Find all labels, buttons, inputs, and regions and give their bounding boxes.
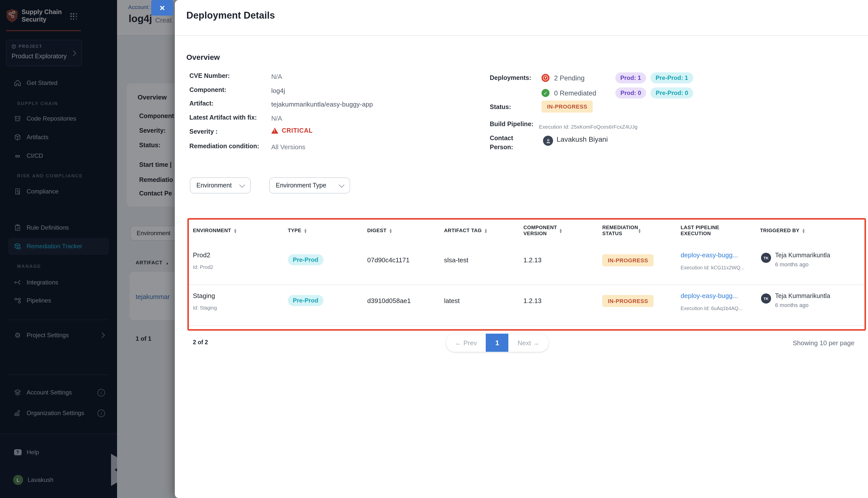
pagination-count: 2 of 2 [193, 339, 208, 345]
pager: ← Prev 1 Next → [446, 334, 548, 352]
column-header-artifact-tag[interactable]: ARTIFACT TAG ▲▼ [444, 224, 488, 237]
type-badge: Pre-Prod [288, 254, 323, 265]
screen: Supply Chain Security PROJECT Product Ex… [0, 0, 868, 498]
modal-header-divider [175, 35, 868, 36]
sort-icon[interactable]: ▲▼ [802, 228, 805, 233]
field-value: N/A [271, 73, 282, 80]
status-label: Status: [490, 104, 511, 110]
select-label: Environment Type [276, 182, 326, 189]
column-label: ARTIFACT TAG [444, 228, 482, 234]
per-page-label: Showing 10 per page [793, 339, 854, 347]
component-version: 1.2.13 [523, 297, 542, 304]
pipeline-link[interactable]: deploy-easy-bugg... [681, 251, 738, 259]
close-button[interactable]: ✕ [151, 0, 173, 16]
environment-name: Prod2 [193, 251, 210, 259]
triggered-by-avatar: TK [761, 253, 771, 263]
chevron-down-icon [239, 182, 245, 188]
warning-triangle-icon [271, 128, 278, 134]
field-label: Remediation condition: [189, 143, 259, 150]
field-value: N/A [271, 115, 282, 122]
status-badge: IN-PROGRESS [542, 101, 593, 113]
remediated-count: 0 Remediated [554, 89, 596, 97]
type-badge: Pre-Prod [288, 295, 323, 306]
triggered-time: 6 months ago [775, 261, 809, 267]
column-header-environment[interactable]: ENVIRONMENT ▲▼ [193, 224, 237, 237]
sort-icon[interactable]: ▲▼ [304, 228, 307, 233]
column-label: ENVIRONMENT [193, 228, 231, 234]
column-header-triggered-by[interactable]: TRIGGERED BY ▲▼ [760, 224, 805, 237]
prod-badge: Prod: 0 [615, 88, 646, 99]
contact-person-label: Contact Person: [490, 134, 521, 152]
check-icon: ✓ [542, 89, 549, 97]
prev-button[interactable]: ← Prev [446, 339, 486, 346]
pipeline-execution-id: Execution Id: kCG11x2WQ... [681, 265, 745, 270]
build-pipeline-execution-id: Execution Id: 25xKomFoQces6rFcxZ4UJg [539, 123, 638, 130]
severity-value: CRITICAL [271, 127, 313, 134]
overview-heading: Overview [186, 53, 220, 61]
column-label: LAST PIPELINE EXECUTION [681, 225, 722, 237]
triggered-time: 6 months ago [775, 302, 809, 308]
pipeline-link[interactable]: deploy-easy-bugg... [681, 292, 738, 300]
component-version: 1.2.13 [523, 256, 542, 264]
deployment-details-modal: Deployment Details Overview CVE Number: … [175, 0, 868, 498]
prod-badge: Prod: 1 [615, 73, 646, 83]
environment-select[interactable]: Environment [190, 178, 251, 194]
field-value: log4j [271, 87, 285, 94]
sort-icon[interactable]: ▲▼ [484, 228, 488, 233]
triggered-by-name: Teja Kummarikuntla [775, 252, 830, 259]
column-header-type[interactable]: TYPE ▲▼ [288, 224, 307, 237]
select-label: Environment [197, 182, 231, 189]
artifact-tag: latest [444, 297, 459, 304]
chevron-down-icon [339, 182, 345, 188]
field-label: Severity : [189, 128, 218, 135]
sort-icon[interactable]: ▲▼ [559, 228, 562, 233]
environment-id: Id: Staging [193, 305, 217, 311]
field-label: CVE Number: [189, 73, 230, 79]
column-header-component-version[interactable]: COMPONENT VERSION ▲▼ [523, 224, 562, 237]
column-label: REMEDIATION STATUS [602, 225, 636, 237]
row-divider [188, 325, 865, 326]
sort-icon[interactable]: ▲▼ [233, 228, 237, 233]
field-label: Component: [189, 87, 226, 93]
page-1-button[interactable]: 1 [486, 334, 509, 352]
field-value: tejakummarikuntla/easy-buggy-app [271, 101, 373, 108]
column-header-last-pipeline-execution[interactable]: LAST PIPELINE EXECUTION [681, 224, 722, 237]
row-divider [188, 285, 865, 285]
preprod-badge: Pre-Prod: 1 [651, 73, 693, 83]
close-icon: ✕ [159, 4, 165, 12]
column-label: DIGEST [367, 228, 387, 234]
field-label: Latest Artifact with fix: [189, 114, 257, 121]
next-button[interactable]: Next → [509, 339, 549, 346]
deployments-label: Deployments: [490, 74, 531, 81]
field-value: All Versions [271, 143, 305, 151]
triggered-by-avatar: TK [761, 293, 771, 303]
build-pipeline-label: Build Pipeline: [490, 121, 533, 128]
column-header-remediation-status[interactable]: REMEDIATION STATUS ▲▼ [602, 224, 641, 237]
severity-text: CRITICAL [282, 127, 313, 134]
triggered-by-name: Teja Kummarikuntla [775, 292, 830, 300]
sort-icon[interactable]: ▲▼ [638, 228, 641, 233]
remediated-row: ✓ 0 Remediated Prod: 0 Pre-Prod: 0 [542, 88, 693, 99]
column-header-digest[interactable]: DIGEST ▲▼ [367, 224, 392, 237]
contact-avatar [543, 136, 553, 146]
digest: d3910d058ae1 [367, 297, 411, 304]
environment-type-select[interactable]: Environment Type [269, 178, 350, 194]
environment-id: Id: Prod2 [193, 264, 213, 270]
sort-icon[interactable]: ▲▼ [389, 228, 392, 233]
remediation-status-badge: IN-PROGRESS [602, 254, 654, 266]
remediation-status-badge: IN-PROGRESS [602, 295, 654, 307]
pending-count: 2 Pending [554, 74, 585, 82]
preprod-badge: Pre-Prod: 0 [651, 88, 693, 99]
contact-name: Lavakush Biyani [557, 135, 608, 143]
environment-name: Staging [193, 292, 215, 300]
column-label: TRIGGERED BY [760, 228, 799, 234]
digest: 07d90c4c1171 [367, 256, 410, 264]
field-label: Artifact: [189, 100, 213, 107]
pending-row: 2 Pending Prod: 1 Pre-Prod: 1 [542, 73, 693, 83]
column-label: COMPONENT VERSION [523, 225, 557, 237]
artifact-tag: slsa-test [444, 256, 468, 264]
modal-title: Deployment Details [186, 10, 275, 21]
pipeline-execution-id: Execution Id: 6uAq1b4AQ... [681, 305, 743, 311]
pending-icon [542, 74, 549, 82]
column-label: TYPE [288, 228, 302, 234]
